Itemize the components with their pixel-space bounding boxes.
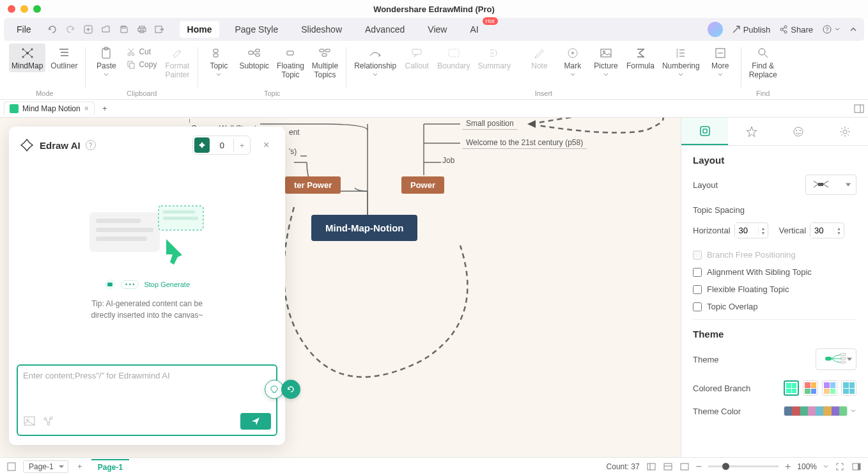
tab-page-style[interactable]: Page Style bbox=[227, 21, 286, 38]
user-avatar[interactable] bbox=[708, 22, 723, 37]
paste-button[interactable]: Paste bbox=[91, 43, 121, 78]
tab-slideshow[interactable]: Slideshow bbox=[293, 21, 350, 38]
node-power[interactable]: Power bbox=[401, 176, 444, 194]
horizontal-input[interactable]: ▲▼ bbox=[734, 222, 769, 238]
ai-stop-label[interactable]: Stop Generate bbox=[144, 281, 190, 288]
ai-send-button[interactable] bbox=[240, 413, 271, 430]
ai-prompt-input[interactable] bbox=[23, 371, 271, 413]
fullscreen-icon[interactable] bbox=[835, 462, 845, 472]
node-central[interactable]: Mind-Map-Notion bbox=[311, 215, 417, 241]
branch-free-check[interactable]: Branch Free Positioning bbox=[693, 250, 856, 260]
page-list-icon[interactable] bbox=[6, 462, 17, 472]
rtab-layout[interactable] bbox=[681, 118, 728, 145]
view-mode-3-icon[interactable] bbox=[679, 462, 690, 472]
add-tab-button[interactable]: + bbox=[98, 102, 111, 115]
add-page-button[interactable]: + bbox=[75, 462, 85, 472]
note-button[interactable]: Note bbox=[524, 43, 555, 72]
branch-swatch-2[interactable] bbox=[803, 380, 818, 396]
mark-button[interactable]: Mark bbox=[557, 43, 588, 78]
panel-toggle-icon[interactable] bbox=[854, 104, 864, 114]
undo-button[interactable] bbox=[45, 22, 59, 36]
vertical-input[interactable]: ▲▼ bbox=[810, 222, 844, 238]
ai-close-button[interactable]: × bbox=[263, 139, 275, 151]
node-ter-power[interactable]: ter Power bbox=[285, 176, 341, 194]
view-mode-2-icon[interactable] bbox=[663, 462, 673, 472]
ai-help-icon[interactable]: ? bbox=[86, 140, 96, 150]
tab-view[interactable]: View bbox=[420, 21, 454, 38]
format-painter-button[interactable]: Format Painter bbox=[162, 43, 192, 81]
topic-button[interactable]: Topic bbox=[203, 43, 234, 78]
spin-up[interactable]: ▲ bbox=[834, 226, 844, 231]
branch-swatch-1[interactable] bbox=[784, 380, 799, 396]
node-job[interactable]: Job bbox=[442, 156, 454, 165]
flexible-check[interactable]: Flexible Floating Topic bbox=[693, 284, 856, 294]
open-button[interactable] bbox=[99, 22, 113, 36]
view-mode-1-icon[interactable] bbox=[646, 462, 656, 472]
new-button[interactable] bbox=[81, 22, 95, 36]
export-button[interactable] bbox=[153, 22, 167, 36]
chevron-down-icon[interactable] bbox=[850, 408, 856, 414]
rtab-icon[interactable] bbox=[775, 118, 821, 145]
spin-up[interactable]: ▲ bbox=[759, 226, 768, 231]
multiple-topics-button[interactable]: Multiple Topics bbox=[309, 43, 341, 81]
tab-ai[interactable]: AI Hot bbox=[462, 21, 486, 38]
formula-button[interactable]: Formula bbox=[624, 43, 657, 72]
rtab-settings[interactable] bbox=[821, 118, 868, 145]
panel-right-icon[interactable] bbox=[851, 462, 862, 472]
spin-down[interactable]: ▼ bbox=[759, 231, 768, 235]
callout-button[interactable]: Callout bbox=[401, 43, 432, 72]
publish-button[interactable]: Publish bbox=[732, 25, 771, 35]
picture-button[interactable]: Picture bbox=[591, 43, 621, 78]
copy-button[interactable]: Copy bbox=[124, 59, 159, 70]
subtopic-button[interactable]: Subtopic bbox=[236, 43, 272, 72]
branch-swatch-3[interactable] bbox=[822, 380, 837, 396]
page-selector[interactable]: Page-1 bbox=[23, 460, 68, 473]
ai-image-icon[interactable] bbox=[23, 415, 36, 428]
node-s[interactable]: 's) bbox=[285, 146, 300, 157]
ai-add-credits[interactable]: + bbox=[233, 139, 250, 152]
summary-button[interactable]: Summary bbox=[476, 43, 513, 72]
zoom-out[interactable]: − bbox=[696, 461, 702, 472]
theme-color-swatch[interactable] bbox=[784, 406, 848, 416]
node-welcome[interactable]: Welcome to the 21st century (p58) bbox=[462, 137, 587, 149]
tab-home[interactable]: Home bbox=[180, 21, 220, 38]
theme-select[interactable] bbox=[816, 348, 856, 370]
more-button[interactable]: More bbox=[705, 43, 736, 78]
file-menu[interactable]: File bbox=[10, 22, 38, 37]
minimize-window-button[interactable] bbox=[20, 5, 28, 13]
page-tab[interactable]: Page-1 bbox=[91, 459, 129, 474]
node-small-pos[interactable]: Small position bbox=[462, 118, 518, 130]
doc-tab[interactable]: Mind Map Notion × bbox=[4, 102, 95, 115]
ai-refresh-button[interactable] bbox=[281, 380, 300, 399]
zoom-dropdown-icon[interactable] bbox=[823, 464, 828, 469]
help-button[interactable]: ? bbox=[822, 24, 840, 35]
tab-advanced[interactable]: Advanced bbox=[357, 21, 412, 38]
mindmap-button[interactable]: MindMap bbox=[9, 43, 45, 72]
outliner-button[interactable]: Outliner bbox=[48, 43, 80, 72]
print-button[interactable] bbox=[135, 22, 149, 36]
overlap-check[interactable]: Topic Overlap bbox=[693, 302, 856, 311]
redo-button[interactable] bbox=[63, 22, 77, 36]
layout-select[interactable] bbox=[805, 175, 856, 195]
rtab-style[interactable] bbox=[728, 118, 775, 145]
zoom-slider[interactable] bbox=[708, 465, 779, 467]
close-tab-icon[interactable]: × bbox=[84, 104, 89, 113]
branch-swatch-4[interactable] bbox=[841, 380, 856, 396]
share-button[interactable]: Share bbox=[779, 25, 813, 35]
cut-button[interactable]: Cut bbox=[124, 46, 159, 58]
maximize-window-button[interactable] bbox=[33, 5, 41, 13]
spin-down[interactable]: ▼ bbox=[834, 231, 844, 235]
collapse-ribbon-button[interactable] bbox=[849, 25, 858, 34]
node-ent[interactable]: ent bbox=[285, 127, 304, 138]
close-window-button[interactable] bbox=[8, 5, 15, 13]
find-replace-button[interactable]: Find & Replace bbox=[747, 43, 780, 81]
relationship-button[interactable]: Relationship bbox=[352, 43, 399, 78]
floating-topic-button[interactable]: Floating Topic bbox=[274, 43, 307, 81]
save-button[interactable] bbox=[117, 22, 131, 36]
alignment-check[interactable]: Alignment With Sibling Topic bbox=[693, 267, 856, 277]
boundary-button[interactable]: Boundary bbox=[435, 43, 472, 72]
paste-icon bbox=[99, 46, 113, 60]
numbering-button[interactable]: 123Numbering bbox=[660, 43, 702, 78]
ai-graph-icon[interactable] bbox=[42, 415, 55, 428]
zoom-in[interactable]: + bbox=[785, 461, 791, 472]
